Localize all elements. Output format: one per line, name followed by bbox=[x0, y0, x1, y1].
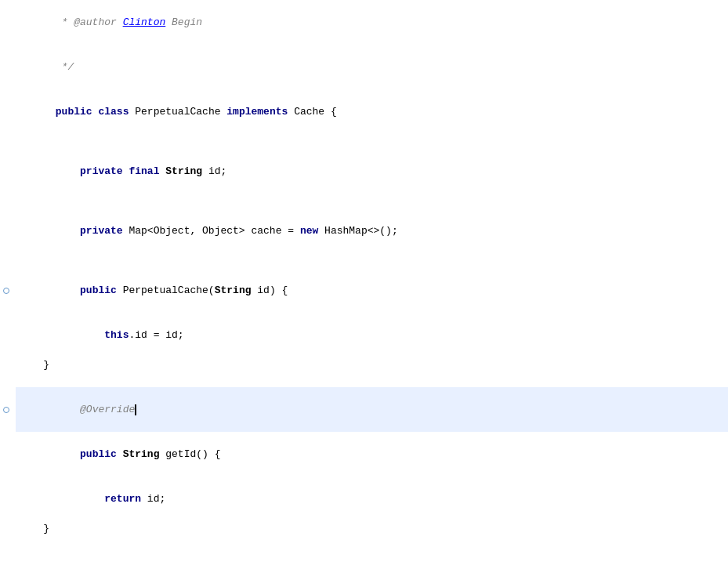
keyword-return-id: return bbox=[104, 493, 141, 505]
code-line-14: public String getId() { bbox=[0, 432, 728, 477]
code-line-17 bbox=[0, 536, 728, 551]
gutter-5 bbox=[0, 149, 16, 194]
gutter-1 bbox=[0, 0, 16, 45]
gutter-dot-9 bbox=[3, 288, 9, 294]
gutter-11 bbox=[0, 357, 16, 372]
gutter-18 bbox=[0, 551, 16, 569]
gutter-16 bbox=[0, 521, 16, 536]
type-string-return: String bbox=[123, 448, 160, 460]
comment-author-prefix: * @author bbox=[56, 16, 123, 28]
gutter-2 bbox=[0, 45, 16, 89]
keyword-public: public bbox=[56, 106, 92, 118]
brace-open: { bbox=[324, 106, 337, 118]
gutter-15 bbox=[0, 477, 16, 521]
line-content-18[interactable]: @Override bbox=[16, 551, 728, 569]
line-content-3[interactable]: public class PerpetualCache implements C… bbox=[16, 89, 728, 134]
type-string-param: String bbox=[215, 284, 252, 296]
keyword-public-constructor: public bbox=[80, 284, 117, 296]
keyword-private-map: private bbox=[80, 225, 123, 237]
line-content-5[interactable]: private final String id; bbox=[16, 149, 728, 194]
keyword-this: this bbox=[104, 329, 129, 341]
code-line-10: this.id = id; bbox=[0, 313, 728, 357]
code-line-15: return id; bbox=[0, 477, 728, 521]
gutter-6 bbox=[0, 194, 16, 208]
line-content-8[interactable] bbox=[16, 253, 728, 268]
code-line-8 bbox=[0, 253, 728, 268]
gutter-9 bbox=[0, 268, 16, 313]
comment-close: */ bbox=[56, 61, 74, 73]
gutter-8 bbox=[0, 253, 16, 268]
annotation-override-1: @Override bbox=[80, 404, 135, 415]
line-content-12[interactable] bbox=[16, 372, 728, 387]
keyword-private: private bbox=[80, 165, 123, 177]
code-line-2: */ bbox=[0, 45, 728, 89]
code-line-1: * @author Clinton Begin bbox=[0, 0, 728, 45]
line-content-9[interactable]: public PerpetualCache(String id) { bbox=[16, 268, 728, 313]
code-line-18: @Override bbox=[0, 551, 728, 569]
line-content-13[interactable]: @Override bbox=[16, 387, 728, 432]
line-content-17[interactable] bbox=[16, 536, 728, 551]
line-content-10[interactable]: this.id = id; bbox=[16, 313, 728, 357]
code-line-11: } bbox=[0, 357, 728, 372]
gutter-13 bbox=[0, 387, 16, 432]
keyword-new: new bbox=[300, 225, 318, 237]
code-line-3: public class PerpetualCache implements C… bbox=[0, 89, 728, 134]
gutter-12 bbox=[0, 372, 16, 387]
line-content-14[interactable]: public String getId() { bbox=[16, 432, 728, 477]
line-content-4[interactable] bbox=[16, 134, 728, 149]
keyword-final: final bbox=[129, 165, 159, 177]
code-line-13: @Override bbox=[0, 387, 728, 432]
code-line-16: } bbox=[0, 521, 728, 536]
line-content-2[interactable]: */ bbox=[16, 45, 728, 89]
code-editor: * @author Clinton Begin */ public class … bbox=[0, 0, 728, 569]
keyword-implements: implements bbox=[226, 106, 288, 118]
gutter-10 bbox=[0, 313, 16, 357]
line-content-11[interactable]: } bbox=[16, 357, 728, 372]
code-line-9: public PerpetualCache(String id) { bbox=[0, 268, 728, 313]
code-line-6 bbox=[0, 194, 728, 208]
gutter-17 bbox=[0, 536, 16, 551]
line-content-15[interactable]: return id; bbox=[16, 477, 728, 521]
keyword-class: class bbox=[98, 106, 129, 118]
line-content-1[interactable]: * @author Clinton Begin bbox=[16, 0, 728, 45]
code-line-5: private final String id; bbox=[0, 149, 728, 194]
gutter-14 bbox=[0, 432, 16, 477]
interface-cache: Cache bbox=[294, 106, 324, 118]
code-line-7: private Map<Object, Object> cache = new … bbox=[0, 208, 728, 253]
gutter-3 bbox=[0, 89, 16, 134]
line-content-6[interactable] bbox=[16, 194, 728, 208]
comment-author-link: Clinton bbox=[123, 16, 166, 28]
class-perpetualcache: PerpetualCache bbox=[135, 106, 220, 118]
comment-author-name: Begin bbox=[165, 16, 202, 28]
gutter-dot-13 bbox=[3, 407, 9, 413]
gutter-4 bbox=[0, 134, 16, 149]
text-cursor bbox=[135, 404, 136, 415]
keyword-public-getid: public bbox=[80, 448, 117, 460]
code-line-4 bbox=[0, 134, 728, 149]
line-content-7[interactable]: private Map<Object, Object> cache = new … bbox=[16, 208, 728, 253]
gutter-7 bbox=[0, 208, 16, 253]
code-line-12 bbox=[0, 372, 728, 387]
line-content-16[interactable]: } bbox=[16, 521, 728, 536]
type-string: String bbox=[165, 165, 202, 177]
